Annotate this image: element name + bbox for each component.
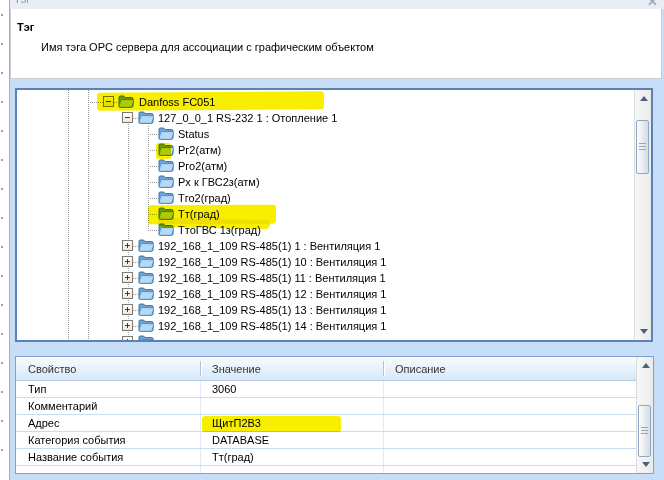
folder-icon-glyph bbox=[138, 286, 154, 302]
tree-node[interactable]: 192_168_1_109 RS-485(1) 10 : Вентиляция … bbox=[17, 254, 634, 270]
expand-icon[interactable] bbox=[122, 320, 133, 331]
table-row[interactable]: Название событияТт(град) bbox=[16, 449, 636, 466]
folder-icon-glyph bbox=[158, 190, 174, 206]
tree-connector bbox=[148, 134, 158, 135]
value-cell: Тт(град) bbox=[212, 449, 254, 465]
property-cell: Категория события bbox=[28, 432, 126, 448]
value-cell: DATABASE bbox=[212, 432, 269, 448]
value-cell: 3060 bbox=[212, 381, 236, 397]
folder-icon bbox=[138, 110, 154, 126]
expand-icon[interactable] bbox=[122, 336, 133, 340]
expand-icon[interactable] bbox=[122, 272, 133, 283]
tag-selection-dialog: Тэг ✕ Тэг Имя тэга OPC сервера для ассоц… bbox=[0, 0, 664, 480]
property-cell: Адрес bbox=[28, 415, 60, 431]
folder-icon bbox=[158, 190, 174, 206]
tree-node[interactable]: Рго2(атм) bbox=[17, 158, 634, 174]
tree-node-label: Рх к ГВС2з(атм) bbox=[178, 174, 260, 190]
tree-node-label: Рг2(атм) bbox=[178, 142, 221, 158]
tree-node[interactable]: 192_168_1_109 RS-485(1) 13 : Вентиляция … bbox=[17, 302, 634, 318]
scroll-up-icon[interactable] bbox=[637, 357, 654, 374]
properties-table-header: Свойство Значение Описание bbox=[16, 357, 636, 381]
folder-icon-glyph bbox=[138, 270, 154, 286]
folder-icon-glyph bbox=[138, 254, 154, 270]
tree-node-label: Рго2(атм) bbox=[178, 158, 227, 174]
marker-highlight-pr2-icon bbox=[156, 143, 171, 159]
folder-icon bbox=[138, 334, 154, 340]
folder-icon-glyph bbox=[138, 238, 154, 254]
tree-node[interactable]: 192_168_1_109 RS-485(1) 1 : Вентиляция 1 bbox=[17, 238, 634, 254]
marker-highlight-address-value bbox=[202, 416, 341, 432]
header-separator bbox=[200, 361, 201, 376]
folder-icon-glyph bbox=[138, 110, 154, 126]
tree-scrollbar[interactable] bbox=[634, 90, 651, 340]
column-header-property[interactable]: Свойство bbox=[28, 357, 76, 381]
folder-icon-glyph bbox=[138, 302, 154, 318]
marker-highlight-danfoss-node bbox=[97, 91, 324, 111]
folder-icon bbox=[138, 318, 154, 334]
folder-icon bbox=[138, 270, 154, 286]
property-cell: Комментарий bbox=[28, 398, 97, 414]
column-header-description[interactable]: Описание bbox=[395, 357, 446, 381]
tree-node-label: 192_168_1_109 RS-485(1) 14 : Вентиляция … bbox=[158, 318, 386, 334]
window-top-strip: Тэг ✕ bbox=[10, 0, 664, 9]
tree-node[interactable]: Status bbox=[17, 126, 634, 142]
table-scrollbar-thumb[interactable] bbox=[638, 405, 651, 457]
table-row[interactable]: Тип3060 bbox=[16, 381, 636, 398]
tree-node[interactable]: Рг2(атм) bbox=[17, 142, 634, 158]
table-row[interactable]: Комментарий bbox=[16, 398, 636, 415]
tree-node-label: Status bbox=[178, 126, 209, 142]
tree-node-label: 192_168_1_109 RS-485(1) 1 : Вентиляция 1 bbox=[158, 238, 380, 254]
tree-node-label: 127_0_0_1 RS-232 1 : Отопление 1 bbox=[158, 110, 337, 126]
column-header-value[interactable]: Значение bbox=[212, 357, 261, 381]
table-row[interactable]: Категория событияDATABASE bbox=[16, 432, 636, 449]
folder-icon bbox=[158, 126, 174, 142]
property-cell: Название события bbox=[28, 449, 123, 465]
scroll-up-icon[interactable] bbox=[635, 90, 652, 107]
folder-icon bbox=[158, 174, 174, 190]
tree-scrollbar-thumb[interactable] bbox=[636, 120, 649, 174]
table-scrollbar[interactable] bbox=[636, 357, 653, 473]
folder-icon bbox=[158, 158, 174, 174]
scroll-down-icon[interactable] bbox=[637, 456, 654, 473]
tree-node[interactable]: Тго2(град) bbox=[17, 190, 634, 206]
header-separator bbox=[383, 361, 384, 376]
help-title: Тэг bbox=[17, 21, 34, 33]
tree-node-label: 192_168_1_109 RS-485(1) 11 : Вентиляция … bbox=[158, 270, 386, 286]
tree-node[interactable]: Рх к ГВС2з(атм) bbox=[17, 174, 634, 190]
close-icon[interactable]: ✕ bbox=[647, 0, 658, 9]
folder-icon bbox=[138, 286, 154, 302]
tree-connector bbox=[148, 198, 158, 199]
tree-node-label: Тго2(град) bbox=[178, 190, 231, 206]
folder-icon bbox=[138, 302, 154, 318]
tree-node[interactable]: 192_168_1_109 RS-485(1) 14 : Вентиляция … bbox=[17, 318, 634, 334]
collapse-icon[interactable] bbox=[122, 112, 133, 123]
tree-node-label: 192_168_1_109 RS-485(1) 13 : Вентиляция … bbox=[158, 302, 386, 318]
tree-node[interactable]: 192_168_1_109 RS-485(1) 11 : Вентиляция … bbox=[17, 270, 634, 286]
property-cell: Тип bbox=[28, 381, 46, 397]
tree-connector bbox=[148, 230, 158, 231]
scroll-down-icon[interactable] bbox=[635, 323, 652, 340]
expand-icon[interactable] bbox=[122, 256, 133, 267]
opc-tag-tree-panel: Danfoss FC051127_0_0_1 RS-232 1 : Отопле… bbox=[15, 88, 653, 342]
folder-icon-glyph bbox=[158, 126, 174, 142]
tree-node-label: 192_168_1_109 RS-485(1) 12 : Вентиляция … bbox=[158, 286, 386, 302]
folder-icon-glyph bbox=[138, 318, 154, 334]
resize-tick-marks bbox=[1, 14, 3, 474]
tree-node-label: 192_168_1_109 RS-485(1) 10 : Вентиляция … bbox=[158, 254, 386, 270]
expand-icon[interactable] bbox=[122, 304, 133, 315]
tree-node[interactable]: 192_168_1_109 RS-485(1) 12 : Вентиляция … bbox=[17, 286, 634, 302]
folder-icon bbox=[138, 254, 154, 270]
tree-connector bbox=[148, 182, 158, 183]
window-title: Тэг bbox=[14, 0, 30, 5]
folder-icon-glyph bbox=[158, 158, 174, 174]
expand-icon[interactable] bbox=[122, 240, 133, 251]
window-left-edge bbox=[0, 0, 10, 480]
tree-node[interactable]: ТтоГВС 1з(град) bbox=[17, 222, 634, 238]
expand-icon[interactable] bbox=[122, 288, 133, 299]
tree-node-partial[interactable] bbox=[17, 334, 634, 340]
tree-node[interactable]: Тт(град) bbox=[17, 206, 634, 222]
tree-node[interactable]: 127_0_0_1 RS-232 1 : Отопление 1 bbox=[17, 110, 634, 126]
tag-properties-panel: Тип3060КомментарийАдресЩитП2В3Категория … bbox=[15, 356, 654, 474]
folder-icon bbox=[138, 238, 154, 254]
help-description: Имя тэга OPC сервера для ассоциации с гр… bbox=[41, 41, 374, 53]
